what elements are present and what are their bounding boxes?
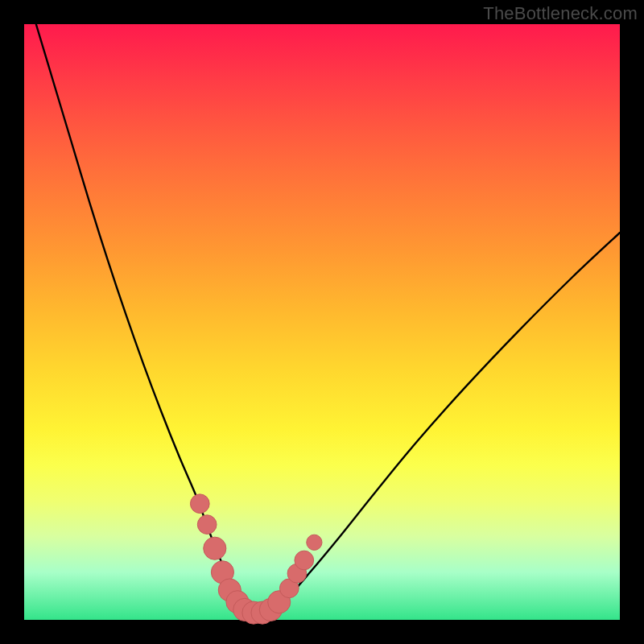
curve-marker [190, 494, 209, 514]
curve-marker [307, 535, 322, 550]
curve-markers [190, 494, 322, 624]
curve-marker [204, 537, 226, 559]
chart-svg [24, 24, 620, 620]
chart-frame: TheBottleneck.com [0, 0, 644, 644]
curve-marker [197, 515, 217, 535]
attribution-text: TheBottleneck.com [483, 3, 638, 24]
curve-marker [295, 551, 314, 570]
bottleneck-curve [36, 24, 620, 615]
